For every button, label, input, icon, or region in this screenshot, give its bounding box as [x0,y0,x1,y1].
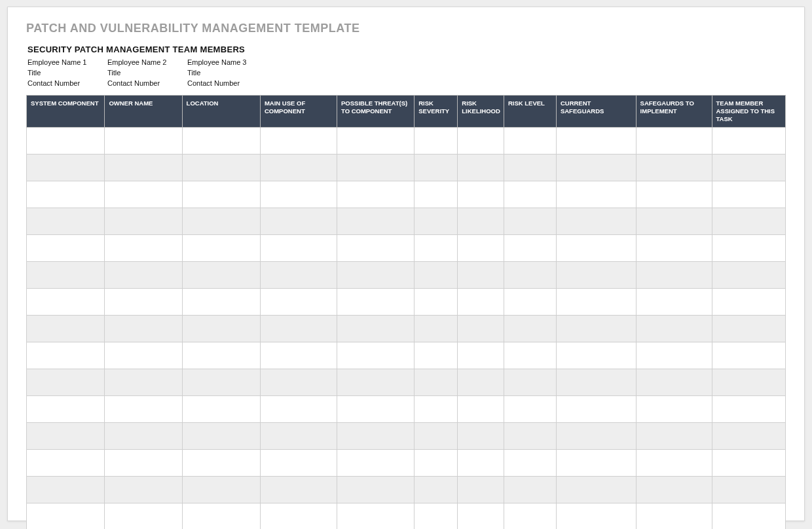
table-cell[interactable] [556,181,636,208]
table-cell[interactable] [415,477,458,503]
table-cell[interactable] [636,235,712,262]
table-cell[interactable] [105,450,182,477]
table-cell[interactable] [182,316,260,342]
table-cell[interactable] [556,155,636,181]
table-cell[interactable] [27,262,105,289]
table-cell[interactable] [182,208,260,235]
table-cell[interactable] [27,450,105,477]
table-cell[interactable] [458,155,504,181]
table-cell[interactable] [182,235,260,262]
table-cell[interactable] [182,477,260,503]
table-cell[interactable] [105,316,182,342]
table-cell[interactable] [27,369,105,396]
table-cell[interactable] [337,262,415,289]
table-cell[interactable] [182,155,260,181]
table-cell[interactable] [458,235,504,262]
table-cell[interactable] [337,396,415,423]
table-cell[interactable] [415,289,458,316]
table-cell[interactable] [636,208,712,235]
table-cell[interactable] [337,181,415,208]
table-cell[interactable] [105,235,182,262]
table-cell[interactable] [458,128,504,155]
table-cell[interactable] [415,155,458,181]
table-cell[interactable] [458,342,504,369]
table-cell[interactable] [337,450,415,477]
table-cell[interactable] [504,342,556,369]
table-cell[interactable] [504,262,556,289]
table-cell[interactable] [105,181,182,208]
table-cell[interactable] [636,128,712,155]
table-cell[interactable] [504,503,556,530]
table-cell[interactable] [504,208,556,235]
table-cell[interactable] [260,289,337,316]
table-cell[interactable] [712,289,786,316]
table-cell[interactable] [712,262,786,289]
table-cell[interactable] [556,369,636,396]
table-cell[interactable] [260,155,337,181]
table-cell[interactable] [636,396,712,423]
table-cell[interactable] [27,423,105,450]
table-cell[interactable] [458,262,504,289]
table-cell[interactable] [636,477,712,503]
table-cell[interactable] [712,477,786,503]
table-cell[interactable] [458,477,504,503]
table-cell[interactable] [105,342,182,369]
table-cell[interactable] [260,181,337,208]
table-cell[interactable] [504,289,556,316]
table-cell[interactable] [337,423,415,450]
table-cell[interactable] [415,450,458,477]
table-cell[interactable] [182,289,260,316]
table-cell[interactable] [182,128,260,155]
table-cell[interactable] [105,477,182,503]
table-cell[interactable] [415,423,458,450]
table-cell[interactable] [415,396,458,423]
table-cell[interactable] [27,128,105,155]
table-cell[interactable] [636,503,712,530]
table-cell[interactable] [504,396,556,423]
table-cell[interactable] [636,423,712,450]
table-cell[interactable] [636,181,712,208]
table-cell[interactable] [182,262,260,289]
table-cell[interactable] [415,128,458,155]
table-cell[interactable] [27,181,105,208]
table-cell[interactable] [182,181,260,208]
table-cell[interactable] [712,342,786,369]
table-cell[interactable] [27,289,105,316]
table-cell[interactable] [712,450,786,477]
table-cell[interactable] [337,369,415,396]
table-cell[interactable] [105,396,182,423]
table-cell[interactable] [636,155,712,181]
table-cell[interactable] [556,477,636,503]
table-cell[interactable] [556,289,636,316]
table-cell[interactable] [182,369,260,396]
table-cell[interactable] [182,396,260,423]
table-cell[interactable] [182,503,260,530]
table-cell[interactable] [260,342,337,369]
table-cell[interactable] [712,181,786,208]
table-cell[interactable] [260,423,337,450]
table-cell[interactable] [415,181,458,208]
table-cell[interactable] [458,208,504,235]
table-cell[interactable] [27,342,105,369]
table-cell[interactable] [27,235,105,262]
table-cell[interactable] [556,262,636,289]
table-cell[interactable] [27,477,105,503]
table-cell[interactable] [105,369,182,396]
table-cell[interactable] [182,450,260,477]
table-cell[interactable] [337,128,415,155]
table-cell[interactable] [636,262,712,289]
table-cell[interactable] [712,369,786,396]
table-cell[interactable] [504,477,556,503]
table-cell[interactable] [27,316,105,342]
table-cell[interactable] [458,316,504,342]
table-cell[interactable] [504,369,556,396]
table-cell[interactable] [260,477,337,503]
table-cell[interactable] [260,262,337,289]
table-cell[interactable] [504,316,556,342]
table-cell[interactable] [458,503,504,530]
table-cell[interactable] [415,235,458,262]
table-cell[interactable] [556,450,636,477]
table-cell[interactable] [712,155,786,181]
table-cell[interactable] [504,423,556,450]
table-cell[interactable] [337,342,415,369]
